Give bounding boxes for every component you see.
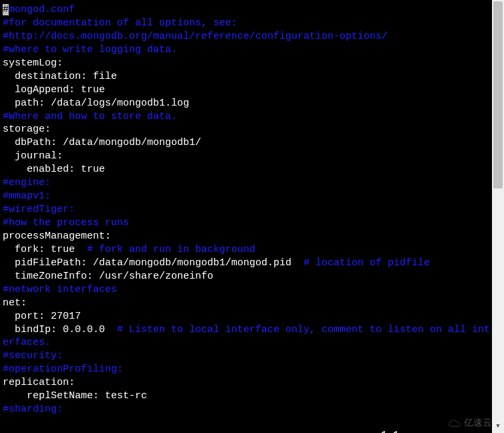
code-line[interactable]: path: /data/logs/mongodb1.log bbox=[3, 97, 489, 110]
code-line[interactable]: #operationProfiling: bbox=[3, 363, 489, 376]
code-text: fork: true bbox=[3, 244, 87, 255]
code-text: timeZoneInfo: /usr/share/zoneinfo bbox=[3, 271, 213, 282]
comment-text: #sharding: bbox=[3, 404, 63, 415]
code-line[interactable]: #http://docs.mongodb.org/manual/referenc… bbox=[3, 30, 489, 43]
code-line[interactable]: dbPath: /data/mongodb/mongodb1/ bbox=[3, 136, 489, 150]
code-text: path: /data/logs/mongodb1.log bbox=[3, 98, 189, 109]
code-line[interactable]: destination: file bbox=[3, 70, 489, 84]
code-line[interactable]: #Where and how to store data. bbox=[3, 110, 489, 124]
scroll-down-arrow-icon[interactable]: ▼ bbox=[492, 421, 504, 433]
code-line[interactable]: bindIp: 0.0.0.0 # Listen to local interf… bbox=[3, 323, 489, 337]
watermark: 亿速云 bbox=[448, 416, 492, 429]
comment-text: #mmapv1: bbox=[3, 190, 51, 202]
code-line[interactable]: #wiredTiger: bbox=[3, 203, 489, 216]
code-line[interactable]: #engine: bbox=[3, 176, 489, 190]
code-line[interactable]: timeZoneInfo: /usr/share/zoneinfo bbox=[3, 270, 489, 283]
comment-text: #network interfaces bbox=[3, 284, 117, 295]
code-line[interactable]: fork: true # fork and run in background bbox=[3, 243, 489, 257]
code-text: processManagement: bbox=[3, 231, 111, 242]
comment-text: erfaces. bbox=[3, 337, 51, 348]
code-text: logAppend: true bbox=[3, 84, 105, 96]
code-line[interactable]: logAppend: true bbox=[3, 84, 489, 97]
comment-text: #Where and how to store data. bbox=[3, 111, 177, 122]
comment-text: #http://docs.mongodb.org/manual/referenc… bbox=[3, 31, 388, 42]
code-line[interactable]: journal: bbox=[3, 150, 489, 163]
code-line[interactable]: enabled: true bbox=[3, 163, 489, 176]
code-line[interactable]: replSetName: test-rc bbox=[3, 390, 489, 403]
cursor: # bbox=[3, 4, 9, 15]
cursor-position: 1,1 bbox=[381, 429, 399, 433]
terminal-editor[interactable]: #mongod.conf#for documentation of all op… bbox=[0, 0, 492, 433]
code-line[interactable]: #how the process runs bbox=[3, 216, 489, 230]
code-line[interactable]: #mmapv1: bbox=[3, 190, 489, 203]
comment-text: #for documentation of all options, see: bbox=[3, 17, 237, 29]
code-line[interactable]: net: bbox=[3, 297, 489, 310]
cloud-icon bbox=[448, 418, 461, 428]
comment-text: #how the process runs bbox=[3, 217, 129, 229]
comment-text: # fork and run in background bbox=[87, 244, 255, 255]
code-text: bindIp: 0.0.0.0 bbox=[3, 324, 117, 335]
comment-text: #engine: bbox=[3, 177, 51, 188]
code-text: dbPath: /data/mongodb/mongodb1/ bbox=[3, 137, 201, 148]
comment-text: #operationProfiling: bbox=[3, 364, 123, 375]
code-text: journal: bbox=[3, 150, 63, 162]
code-line[interactable]: #mongod.conf bbox=[3, 3, 489, 17]
code-line[interactable]: #security: bbox=[3, 349, 489, 363]
code-line[interactable]: port: 27017 bbox=[3, 310, 489, 323]
code-line[interactable]: replication: bbox=[3, 376, 489, 390]
comment-text: # Listen to local interface only, commen… bbox=[117, 324, 490, 335]
comment-text: #where to write logging data. bbox=[3, 44, 177, 55]
code-text: enabled: true bbox=[3, 164, 105, 175]
code-text: storage: bbox=[3, 124, 51, 135]
code-line[interactable]: processManagement: bbox=[3, 230, 489, 243]
code-text: replication: bbox=[3, 377, 75, 388]
code-line[interactable]: pidFilePath: /data/mongodb/mongodb1/mong… bbox=[3, 257, 489, 270]
code-line[interactable]: #for documentation of all options, see: bbox=[3, 17, 489, 30]
code-text: net: bbox=[3, 297, 27, 309]
file-content[interactable]: #mongod.conf#for documentation of all op… bbox=[3, 3, 489, 416]
code-line[interactable]: #network interfaces bbox=[3, 283, 489, 297]
comment-text: mongod.conf bbox=[9, 4, 75, 15]
scrollbar-thumb[interactable] bbox=[493, 1, 503, 188]
code-line[interactable]: #sharding: bbox=[3, 403, 489, 416]
comment-text: #security: bbox=[3, 350, 63, 362]
code-line[interactable]: systemLog: bbox=[3, 57, 489, 70]
code-text: pidFilePath: /data/mongodb/mongodb1/mong… bbox=[3, 257, 303, 269]
code-text: systemLog: bbox=[3, 57, 63, 69]
code-text: port: 27017 bbox=[3, 311, 81, 322]
code-line[interactable]: storage: bbox=[3, 123, 489, 136]
watermark-text: 亿速云 bbox=[464, 416, 492, 429]
comment-text: #wiredTiger: bbox=[3, 204, 75, 215]
code-line[interactable]: #where to write logging data. bbox=[3, 43, 489, 57]
comment-text: # location of pidfile bbox=[303, 257, 430, 269]
code-text: replSetName: test-rc bbox=[3, 390, 147, 402]
code-line[interactable]: erfaces. bbox=[3, 336, 489, 349]
scrollbar-track[interactable]: ▲ ▼ bbox=[492, 0, 504, 433]
code-text: destination: file bbox=[3, 71, 117, 82]
